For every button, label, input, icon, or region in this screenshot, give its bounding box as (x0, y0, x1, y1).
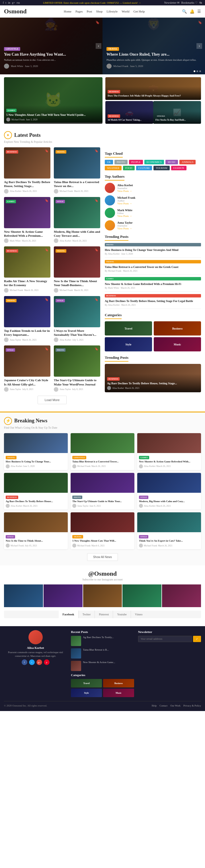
post-bookmark-6[interactable]: 🔖 (95, 248, 99, 252)
tag-animals[interactable]: ANIMALS (179, 160, 196, 164)
category-business[interactable]: Business (154, 321, 201, 336)
nav-world[interactable]: World (122, 10, 129, 13)
social-tab-twitter[interactable]: Twitter (79, 611, 95, 618)
footer-link-help[interactable]: Help (152, 704, 157, 707)
post-bookmark-3[interactable]: 🔖 (45, 199, 49, 203)
google-icon-top[interactable]: g+ (12, 1, 15, 4)
post-bookmark-5[interactable]: 🔖 (45, 248, 49, 252)
footer-cat-business[interactable]: Business (103, 679, 134, 687)
insta-image-1[interactable] (4, 584, 43, 607)
breaking-news-section: ⚡ Breaking News Find Out What's Going On… (0, 411, 205, 565)
category-music[interactable]: Music (154, 337, 201, 351)
hero-dot-3[interactable] (199, 70, 201, 72)
tag-photo[interactable]: PHOTO (114, 160, 128, 164)
search-icon[interactable]: 🔍 (182, 9, 187, 14)
hero-right-excerpt: Phasellus ultrices nulla quis nibh. Quis… (106, 58, 201, 62)
post-meta-5: Michael Frank March 26, 2021 (4, 288, 50, 292)
nav-shop[interactable]: Shop (96, 10, 103, 13)
post-date-5: March 26, 2021 (24, 289, 39, 291)
hero-prev-button[interactable]: ‹ (96, 43, 101, 49)
footer-link-privacy[interactable]: Privacy & Policy (183, 704, 201, 707)
nav-home[interactable]: Home (64, 10, 72, 13)
footer-link-ourwork[interactable]: Our Work (170, 704, 180, 707)
tag-weather[interactable]: WEATHER (105, 166, 122, 170)
insta-image-2[interactable] (44, 584, 82, 607)
footer-pinterest-icon[interactable]: p (44, 659, 50, 665)
post-card-3: GAMES 🔖 New Shooter & Action Game Refres… (4, 197, 50, 243)
hero-next-button[interactable]: › (197, 43, 202, 49)
newsletter-submit-button[interactable]: ✓ (193, 636, 201, 642)
instagram-icon-top[interactable]: in (8, 1, 10, 4)
tag-tourism[interactable]: TOURISM (153, 166, 170, 170)
nav-pages[interactable]: Pages (75, 10, 83, 13)
post-meta-3: Mark White March 26, 2021 (4, 239, 50, 243)
author-view-posts-4[interactable]: View Posts → (117, 227, 201, 230)
tag-culture[interactable]: CULTURE (136, 166, 152, 170)
post-bookmark-8[interactable]: 🔖 (95, 298, 99, 302)
menu-icon[interactable]: ☰ (197, 9, 201, 14)
post-author-7: Anna Taylor (10, 339, 21, 341)
nav-post[interactable]: Post (87, 10, 92, 13)
hero-right-bookmark[interactable]: 🔖 (198, 21, 202, 25)
footer-facebook-icon[interactable]: f (22, 659, 27, 665)
newsletter-email-input[interactable] (138, 636, 192, 642)
post-bookmark-1[interactable]: 🔖 (45, 149, 49, 153)
footer-cat-music[interactable]: Music (103, 689, 134, 697)
trending-sub-item-1: 🚗 BUSINESS 3d Models Of Car Stores! Taki… (105, 101, 153, 124)
insta-image-5[interactable] (162, 584, 201, 607)
site-logo[interactable]: Osmond (4, 8, 26, 15)
tag-music[interactable]: MUSIC (165, 160, 178, 164)
bookmarks-link[interactable]: Bookmarks ♡ (181, 1, 198, 4)
tag-economics[interactable]: ECONOMICS (144, 160, 164, 164)
breaking-image-3 (137, 433, 201, 453)
nav-lifestyle[interactable]: Lifestyle (106, 10, 118, 13)
post-bookmark-9[interactable]: 🔖 (45, 347, 49, 351)
breaking-avatar-4 (6, 504, 10, 508)
rss-icon-top[interactable]: rss (17, 1, 20, 4)
post-bookmark-10[interactable]: 🔖 (95, 347, 99, 351)
insta-image-4[interactable] (123, 584, 161, 607)
footer-link-contact[interactable]: Contact (159, 704, 168, 707)
author-view-posts-3[interactable]: View Posts → (117, 215, 201, 217)
post-author-6: Michael Frank (59, 289, 73, 291)
post-bookmark-4[interactable]: 🔖 (95, 199, 99, 203)
footer-cat-travel[interactable]: Travel (71, 679, 102, 687)
insta-image-3[interactable] (83, 584, 122, 607)
show-all-button[interactable]: Show All News (87, 553, 118, 561)
hero-left-bookmark[interactable]: 🔖 (95, 21, 100, 25)
load-more-button[interactable]: Load More (37, 396, 67, 404)
hero-left-meta: Mark White June 3, 2020 (4, 64, 99, 69)
author-view-posts-2[interactable]: View Posts → (117, 202, 201, 205)
footer-cat-style[interactable]: Style (71, 689, 102, 697)
category-travel[interactable]: Travel (105, 321, 152, 336)
newsletter-link[interactable]: Newsletter ✉ (164, 1, 180, 4)
hero-dot-1[interactable] (194, 70, 195, 72)
post-meta-7: Anna Taylor March 26, 2021 (4, 338, 50, 342)
social-tab-pinterest[interactable]: Pinterest (95, 611, 113, 618)
breaking-card-content-8: TRAVEL 5 New Thoughts About Cats That Wi… (71, 532, 134, 549)
twitter-icon-top[interactable]: t (5, 1, 6, 4)
bell-icon[interactable]: 🔔 (189, 9, 195, 14)
trending-bottom-card-title: Ag Barr Declines To Testify Before House… (107, 381, 199, 385)
post-bookmark-7[interactable]: 🔖 (45, 298, 49, 302)
social-tab-facebook[interactable]: Facebook (59, 611, 79, 618)
shopping-link[interactable]: 🛍 (199, 1, 202, 4)
tag-food[interactable]: FOOD (123, 166, 135, 170)
footer-post-image-2 (71, 648, 81, 658)
category-style[interactable]: Style (105, 337, 152, 351)
tag-people[interactable]: PEOPLE (129, 160, 143, 164)
footer-google-icon[interactable]: g+ (36, 659, 42, 665)
facebook-icon-top[interactable]: f (3, 1, 4, 4)
hero-dot-2[interactable] (197, 70, 198, 72)
footer-twitter-icon[interactable]: t (29, 659, 35, 665)
post-bookmark-2[interactable]: 🔖 (95, 149, 99, 153)
tag-uk[interactable]: UK (105, 160, 113, 164)
author-view-posts-1[interactable]: View Posts → (117, 190, 201, 192)
tag-fashion[interactable]: FASHION (171, 166, 186, 170)
social-tab-vimeo[interactable]: Vimeo (131, 611, 147, 618)
post-author-4: Alisa Korbet (59, 240, 71, 242)
nav-gethelp[interactable]: Get Help (133, 10, 145, 13)
social-tab-youtube[interactable]: Youtube (113, 611, 131, 618)
top-authors-section: Top Authors Alisa Korbet Journalist View… (105, 174, 201, 230)
post-meta-1: Alisa Korbet March 26, 2021 (4, 189, 50, 194)
